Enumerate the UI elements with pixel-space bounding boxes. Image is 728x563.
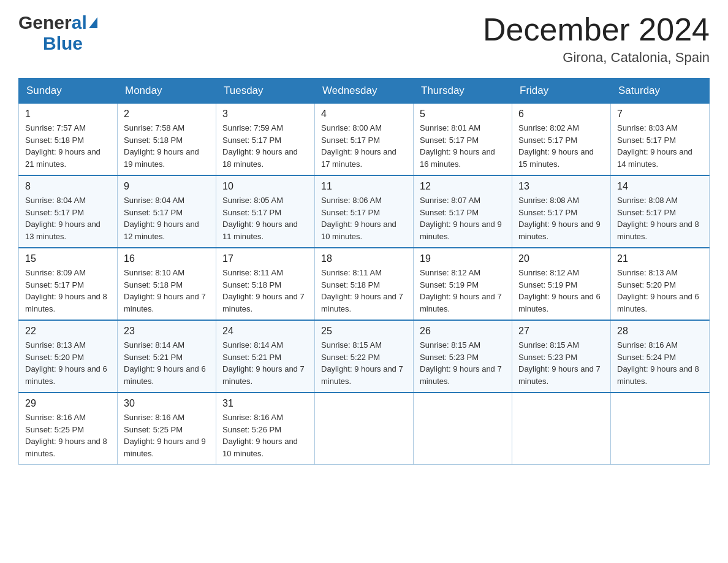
logo-general-text: General xyxy=(18,12,97,33)
day-info: Sunrise: 8:11 AMSunset: 5:18 PMDaylight:… xyxy=(321,268,403,313)
page-header: General Blue December 2024 Girona, Catal… xyxy=(18,12,710,66)
day-info: Sunrise: 8:16 AMSunset: 5:25 PMDaylight:… xyxy=(25,413,107,458)
day-info: Sunrise: 8:04 AMSunset: 5:17 PMDaylight:… xyxy=(25,196,100,241)
day-number: 31 xyxy=(222,398,308,409)
day-info: Sunrise: 7:57 AMSunset: 5:18 PMDaylight:… xyxy=(25,123,100,169)
calendar-cell: 4 Sunrise: 8:00 AMSunset: 5:17 PMDayligh… xyxy=(315,104,414,176)
calendar-cell: 26 Sunrise: 8:15 AMSunset: 5:23 PMDaylig… xyxy=(414,320,512,393)
day-info: Sunrise: 8:13 AMSunset: 5:20 PMDaylight:… xyxy=(617,268,699,313)
day-number: 10 xyxy=(222,181,308,192)
calendar-cell xyxy=(414,393,512,465)
calendar-cell: 1 Sunrise: 7:57 AMSunset: 5:18 PMDayligh… xyxy=(19,104,118,176)
day-number: 12 xyxy=(420,181,506,192)
week-row-2: 8 Sunrise: 8:04 AMSunset: 5:17 PMDayligh… xyxy=(19,175,710,248)
week-row-5: 29 Sunrise: 8:16 AMSunset: 5:25 PMDaylig… xyxy=(19,393,710,465)
day-number: 7 xyxy=(617,109,703,120)
calendar-cell: 24 Sunrise: 8:14 AMSunset: 5:21 PMDaylig… xyxy=(216,320,315,393)
calendar-cell: 27 Sunrise: 8:15 AMSunset: 5:23 PMDaylig… xyxy=(512,320,611,393)
day-info: Sunrise: 8:03 AMSunset: 5:17 PMDaylight:… xyxy=(617,123,692,169)
day-number: 5 xyxy=(420,109,506,120)
logo-blue-text: Blue xyxy=(43,33,83,54)
day-info: Sunrise: 8:00 AMSunset: 5:17 PMDaylight:… xyxy=(321,123,396,169)
day-info: Sunrise: 8:10 AMSunset: 5:18 PMDaylight:… xyxy=(124,268,206,313)
day-number: 24 xyxy=(222,326,308,337)
day-number: 2 xyxy=(124,109,210,120)
calendar-cell xyxy=(315,393,414,465)
header-monday: Monday xyxy=(118,79,216,104)
header-friday: Friday xyxy=(512,79,611,104)
day-number: 28 xyxy=(617,326,703,337)
day-number: 20 xyxy=(518,253,604,264)
day-number: 27 xyxy=(518,326,604,337)
day-info: Sunrise: 8:16 AMSunset: 5:25 PMDaylight:… xyxy=(124,413,206,458)
day-info: Sunrise: 7:59 AMSunset: 5:17 PMDaylight:… xyxy=(222,123,298,169)
calendar-cell: 25 Sunrise: 8:15 AMSunset: 5:22 PMDaylig… xyxy=(315,320,414,393)
day-number: 1 xyxy=(25,109,111,120)
day-number: 14 xyxy=(617,181,703,192)
calendar-cell: 17 Sunrise: 8:11 AMSunset: 5:18 PMDaylig… xyxy=(216,248,315,320)
day-info: Sunrise: 8:09 AMSunset: 5:17 PMDaylight:… xyxy=(25,268,107,313)
day-info: Sunrise: 8:02 AMSunset: 5:17 PMDaylight:… xyxy=(518,123,594,169)
calendar-cell: 11 Sunrise: 8:06 AMSunset: 5:17 PMDaylig… xyxy=(315,175,414,248)
calendar-cell: 22 Sunrise: 8:13 AMSunset: 5:20 PMDaylig… xyxy=(19,320,118,393)
calendar-cell: 19 Sunrise: 8:12 AMSunset: 5:19 PMDaylig… xyxy=(414,248,512,320)
calendar-cell: 10 Sunrise: 8:05 AMSunset: 5:17 PMDaylig… xyxy=(216,175,315,248)
week-row-3: 15 Sunrise: 8:09 AMSunset: 5:17 PMDaylig… xyxy=(19,248,710,320)
day-info: Sunrise: 8:08 AMSunset: 5:17 PMDaylight:… xyxy=(617,196,699,241)
calendar-cell: 13 Sunrise: 8:08 AMSunset: 5:17 PMDaylig… xyxy=(512,175,611,248)
day-info: Sunrise: 8:08 AMSunset: 5:17 PMDaylight:… xyxy=(518,196,601,241)
calendar-cell: 2 Sunrise: 7:58 AMSunset: 5:18 PMDayligh… xyxy=(118,104,216,176)
day-number: 18 xyxy=(321,253,407,264)
day-info: Sunrise: 8:04 AMSunset: 5:17 PMDaylight:… xyxy=(124,196,199,241)
day-number: 11 xyxy=(321,181,407,192)
day-number: 30 xyxy=(124,398,210,409)
calendar-cell: 14 Sunrise: 8:08 AMSunset: 5:17 PMDaylig… xyxy=(611,175,710,248)
day-number: 21 xyxy=(617,253,703,264)
day-number: 26 xyxy=(420,326,506,337)
logo: General Blue xyxy=(18,12,97,54)
day-number: 29 xyxy=(25,398,111,409)
weekday-header-row: Sunday Monday Tuesday Wednesday Thursday… xyxy=(19,79,710,104)
day-number: 23 xyxy=(124,326,210,337)
day-info: Sunrise: 8:13 AMSunset: 5:20 PMDaylight:… xyxy=(25,340,107,386)
calendar-cell: 12 Sunrise: 8:07 AMSunset: 5:17 PMDaylig… xyxy=(414,175,512,248)
day-info: Sunrise: 8:07 AMSunset: 5:17 PMDaylight:… xyxy=(420,196,502,241)
day-number: 13 xyxy=(518,181,604,192)
calendar-cell xyxy=(611,393,710,465)
header-thursday: Thursday xyxy=(414,79,512,104)
week-row-4: 22 Sunrise: 8:13 AMSunset: 5:20 PMDaylig… xyxy=(19,320,710,393)
day-info: Sunrise: 8:15 AMSunset: 5:23 PMDaylight:… xyxy=(420,340,502,386)
day-info: Sunrise: 8:16 AMSunset: 5:24 PMDaylight:… xyxy=(617,340,699,386)
day-number: 25 xyxy=(321,326,407,337)
day-info: Sunrise: 8:05 AMSunset: 5:17 PMDaylight:… xyxy=(222,196,298,241)
calendar-cell: 28 Sunrise: 8:16 AMSunset: 5:24 PMDaylig… xyxy=(611,320,710,393)
calendar-cell: 16 Sunrise: 8:10 AMSunset: 5:18 PMDaylig… xyxy=(118,248,216,320)
day-number: 17 xyxy=(222,253,308,264)
calendar-cell: 20 Sunrise: 8:12 AMSunset: 5:19 PMDaylig… xyxy=(512,248,611,320)
day-info: Sunrise: 7:58 AMSunset: 5:18 PMDaylight:… xyxy=(124,123,199,169)
day-info: Sunrise: 8:01 AMSunset: 5:17 PMDaylight:… xyxy=(420,123,495,169)
week-row-1: 1 Sunrise: 7:57 AMSunset: 5:18 PMDayligh… xyxy=(19,104,710,176)
day-info: Sunrise: 8:14 AMSunset: 5:21 PMDaylight:… xyxy=(124,340,206,386)
location-title: Girona, Catalonia, Spain xyxy=(483,50,710,66)
day-number: 22 xyxy=(25,326,111,337)
day-number: 3 xyxy=(222,109,308,120)
day-number: 4 xyxy=(321,109,407,120)
calendar-cell: 6 Sunrise: 8:02 AMSunset: 5:17 PMDayligh… xyxy=(512,104,611,176)
calendar-cell: 18 Sunrise: 8:11 AMSunset: 5:18 PMDaylig… xyxy=(315,248,414,320)
calendar-cell: 5 Sunrise: 8:01 AMSunset: 5:17 PMDayligh… xyxy=(414,104,512,176)
calendar-cell: 3 Sunrise: 7:59 AMSunset: 5:17 PMDayligh… xyxy=(216,104,315,176)
header-tuesday: Tuesday xyxy=(216,79,315,104)
calendar-cell: 8 Sunrise: 8:04 AMSunset: 5:17 PMDayligh… xyxy=(19,175,118,248)
day-number: 16 xyxy=(124,253,210,264)
day-number: 19 xyxy=(420,253,506,264)
header-wednesday: Wednesday xyxy=(315,79,414,104)
calendar-cell: 23 Sunrise: 8:14 AMSunset: 5:21 PMDaylig… xyxy=(118,320,216,393)
day-info: Sunrise: 8:12 AMSunset: 5:19 PMDaylight:… xyxy=(420,268,502,313)
day-info: Sunrise: 8:06 AMSunset: 5:17 PMDaylight:… xyxy=(321,196,396,241)
day-number: 6 xyxy=(518,109,604,120)
calendar-cell: 9 Sunrise: 8:04 AMSunset: 5:17 PMDayligh… xyxy=(118,175,216,248)
header-saturday: Saturday xyxy=(611,79,710,104)
calendar-cell xyxy=(512,393,611,465)
calendar-table: Sunday Monday Tuesday Wednesday Thursday… xyxy=(18,78,710,465)
